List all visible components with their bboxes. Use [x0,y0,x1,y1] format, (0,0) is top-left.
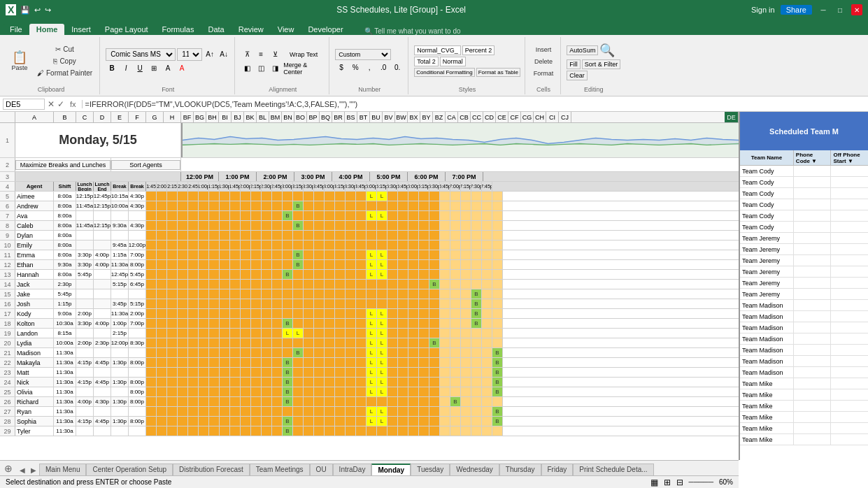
schedule-cell[interactable] [209,358,220,367]
schedule-cell[interactable] [492,319,503,328]
schedule-cell[interactable] [387,201,398,210]
agent-break1[interactable] [111,211,129,220]
schedule-cell[interactable] [492,280,503,289]
agent-shift[interactable]: 8:00a [54,250,76,259]
schedule-cell[interactable] [272,309,283,318]
schedule-cell[interactable] [346,221,356,230]
schedule-cell[interactable] [304,289,314,299]
schedule-cell[interactable] [199,348,209,357]
view-normal[interactable]: ▦ [650,478,658,487]
agent-lunch-end[interactable]: 4:00p [94,319,111,328]
schedule-cell[interactable] [335,241,346,250]
schedule-cell[interactable] [356,387,367,396]
schedule-cell[interactable] [325,201,335,210]
schedule-cell[interactable] [199,221,209,230]
schedule-cell[interactable] [251,417,262,426]
schedule-cell[interactable] [482,260,492,269]
schedule-cell[interactable] [188,260,199,269]
schedule-cell[interactable] [356,378,367,387]
schedule-cell[interactable] [188,378,199,387]
schedule-cell[interactable]: L [367,270,377,279]
schedule-cell[interactable] [419,241,429,250]
agent-lunch-begin[interactable]: 3:30p [76,319,94,328]
schedule-cell[interactable] [220,192,230,201]
schedule-cell[interactable] [482,426,492,436]
schedule-cell[interactable] [398,368,408,377]
schedule-cell[interactable] [325,211,335,220]
schedule-cell[interactable] [283,289,293,299]
schedule-cell[interactable] [220,417,230,426]
schedule-cell[interactable]: L [377,338,387,347]
agent-break1[interactable]: 9:45a [111,241,129,250]
schedule-cell[interactable] [482,378,492,387]
schedule-cell[interactable]: L [377,387,387,396]
schedule-cell[interactable] [356,397,367,406]
schedule-cell[interactable] [367,221,377,230]
schedule-cell[interactable] [157,299,167,308]
tab-developer[interactable]: Developer [301,24,350,35]
agent-name[interactable]: Caleb [15,221,54,230]
border-btn[interactable]: ⊞ [148,62,160,75]
agent-row[interactable]: 21 Madison 11:30a BLLB [0,348,739,358]
schedule-cell[interactable] [262,368,272,377]
schedule-cell[interactable] [241,407,251,416]
team-row[interactable]: Team Cody [740,166,868,177]
schedule-cell[interactable] [262,241,272,250]
schedule-cell[interactable] [272,241,283,250]
schedule-cell[interactable] [262,378,272,387]
schedule-cell[interactable] [283,348,293,357]
schedule-cell[interactable] [283,309,293,318]
schedule-cell[interactable] [335,338,346,347]
schedule-cell[interactable] [387,309,398,318]
agent-shift[interactable]: 8:00a [54,221,76,230]
schedule-cell[interactable] [241,426,251,436]
team-row[interactable]: Team Madison [740,333,868,345]
schedule-cell[interactable] [220,201,230,210]
schedule-cell[interactable] [220,241,230,250]
phone-code[interactable] [794,278,832,288]
schedule-cell[interactable] [387,319,398,328]
schedule-cell[interactable] [346,231,356,240]
schedule-cell[interactable]: L [377,417,387,426]
tab-page-layout[interactable]: Page Layout [98,24,155,35]
schedule-cell[interactable] [335,211,346,220]
schedule-cell[interactable] [408,368,419,377]
schedule-cell[interactable] [377,426,387,436]
schedule-cell[interactable] [262,426,272,436]
schedule-cell[interactable] [157,387,167,396]
agent-break2[interactable] [129,407,146,416]
schedule-cell[interactable] [251,192,262,201]
schedule-cell[interactable] [146,426,157,436]
agent-name[interactable]: Hannah [15,270,54,279]
schedule-cell[interactable] [220,309,230,318]
schedule-cell[interactable] [461,338,471,347]
schedule-cell[interactable] [461,280,471,289]
schedule-cell[interactable] [272,201,283,210]
schedule-cell[interactable] [325,231,335,240]
schedule-cell[interactable] [157,250,167,259]
quick-access-undo[interactable]: ↩ [34,6,41,15]
schedule-cell[interactable] [408,241,419,250]
schedule-cell[interactable] [450,280,461,289]
schedule-cell[interactable] [429,358,440,367]
schedule-cell[interactable] [450,231,461,240]
schedule-cell[interactable] [304,368,314,377]
agent-lunch-begin[interactable]: 4:15p [76,417,94,426]
schedule-cell[interactable] [387,270,398,279]
schedule-cell[interactable] [419,299,429,308]
agent-lunch-begin[interactable] [76,329,94,338]
schedule-cell[interactable] [346,378,356,387]
schedule-cell[interactable] [188,241,199,250]
agent-lunch-begin[interactable] [76,211,94,220]
schedule-cell[interactable] [398,348,408,357]
schedule-cell[interactable] [429,270,440,279]
schedule-cell[interactable] [408,348,419,357]
team-row[interactable]: Team Cody [740,177,868,188]
schedule-cell[interactable] [398,260,408,269]
schedule-cell[interactable] [178,211,188,220]
schedule-cell[interactable] [230,368,241,377]
schedule-cell[interactable]: L [377,211,387,220]
agent-lunch-end[interactable]: 4:45p [94,417,111,426]
schedule-cell[interactable] [230,319,241,328]
agent-row[interactable]: 15 Jake 5:45p B [0,289,739,299]
